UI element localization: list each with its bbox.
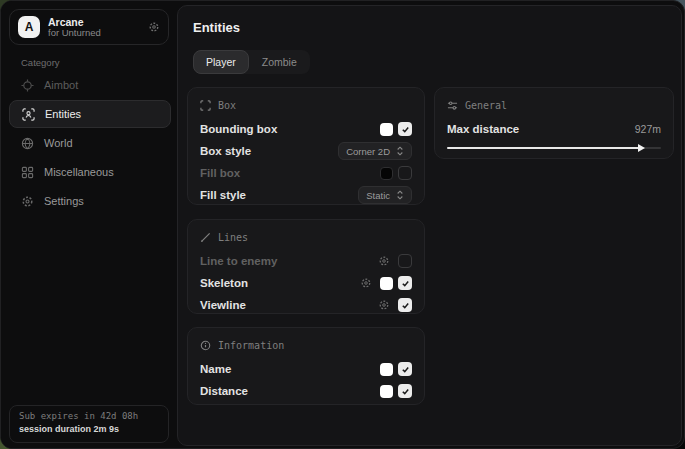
person-scan-icon	[22, 108, 35, 121]
brand-text: Arcane for Unturned	[48, 16, 140, 39]
section-title: General	[465, 100, 507, 111]
setting-row-skeleton: Skeleton	[200, 272, 412, 294]
setting-label: Distance	[200, 385, 380, 397]
tab-player[interactable]: Player	[193, 50, 249, 74]
brand-name: Arcane	[48, 16, 140, 28]
sidebar-item-label: World	[44, 137, 73, 149]
checkbox-unchecked[interactable]	[398, 166, 412, 180]
session-duration-text: session duration 2m 9s	[19, 424, 159, 434]
sidebar-item-label: Aimbot	[44, 79, 78, 91]
sliders-icon	[447, 100, 458, 111]
information-section-card: Information Name Distance	[187, 327, 425, 405]
chevron-up-down-icon	[396, 146, 404, 156]
checkbox-checked[interactable]	[398, 276, 412, 290]
setting-row-fill-style: Fill style Static	[200, 184, 412, 206]
setting-row-line-to-enemy: Line to enemy	[200, 250, 412, 272]
setting-label: Line to enemy	[200, 255, 378, 267]
slider-thumb-arrow[interactable]	[638, 144, 645, 152]
dropdown-value: Static	[366, 190, 390, 201]
setting-row-bounding-box: Bounding box	[200, 118, 412, 140]
sidebar-item-label: Settings	[44, 195, 84, 207]
lines-section-header: Lines	[200, 230, 412, 244]
box-style-dropdown[interactable]: Corner 2D	[338, 142, 412, 160]
setting-row-max-distance: Max distance 927m	[447, 118, 661, 140]
sidebar: A Arcane for Unturned Category Aimbot	[1, 1, 177, 448]
brand-card: A Arcane for Unturned	[9, 9, 169, 45]
setting-label: Box style	[200, 145, 338, 157]
color-swatch[interactable]	[380, 277, 393, 290]
entity-tabs: Player Zombie	[193, 50, 310, 74]
section-title: Lines	[218, 232, 248, 243]
max-distance-slider[interactable]	[447, 142, 661, 154]
sidebar-item-aimbot[interactable]: Aimbot	[9, 71, 171, 99]
setting-row-fill-box: Fill box	[200, 162, 412, 184]
fill-style-dropdown[interactable]: Static	[358, 186, 412, 204]
tab-zombie[interactable]: Zombie	[249, 50, 310, 74]
page-title: Entities	[193, 20, 240, 35]
chevron-up-down-icon	[396, 190, 404, 200]
main-panel: Entities Player Zombie Box Bounding box	[177, 5, 682, 446]
bounding-box-icon	[200, 100, 211, 111]
box-section-header: Box	[200, 98, 412, 112]
general-section-card: General Max distance 927m	[434, 87, 674, 159]
sidebar-item-entities[interactable]: Entities	[9, 100, 171, 128]
crosshair-icon	[21, 79, 34, 92]
color-swatch[interactable]	[380, 363, 393, 376]
brand-subtitle: for Unturned	[48, 28, 140, 39]
setting-label: Viewline	[200, 299, 378, 311]
slider-fill	[447, 147, 640, 149]
checkbox-checked[interactable]	[398, 384, 412, 398]
category-label: Category	[21, 57, 60, 68]
sidebar-item-settings[interactable]: Settings	[9, 187, 171, 215]
sidebar-nav: Aimbot Entities World Miscellaneous	[9, 71, 171, 216]
setting-label: Max distance	[447, 123, 635, 135]
setting-row-box-style: Box style Corner 2D	[200, 140, 412, 162]
setting-row-viewline: Viewline	[200, 294, 412, 316]
globe-icon	[21, 137, 34, 150]
setting-row-name: Name	[200, 358, 412, 380]
information-section-header: Information	[200, 338, 412, 352]
sidebar-item-label: Entities	[45, 108, 81, 120]
lines-section-card: Lines Line to enemy Skeleton	[187, 219, 425, 314]
row-settings-gear-icon[interactable]	[378, 255, 390, 267]
brand-logo: A	[18, 16, 40, 38]
section-title: Box	[218, 100, 236, 111]
general-section-header: General	[447, 98, 661, 112]
color-swatch[interactable]	[380, 123, 393, 136]
dropdown-value: Corner 2D	[346, 146, 390, 157]
setting-label: Name	[200, 363, 380, 375]
setting-label: Skeleton	[200, 277, 360, 289]
setting-label: Fill box	[200, 167, 380, 179]
grid-icon	[21, 166, 34, 179]
checkbox-checked[interactable]	[398, 122, 412, 136]
checkbox-checked[interactable]	[398, 362, 412, 376]
subscription-card: Sub expires in 42d 08h session duration …	[9, 405, 169, 443]
box-section-card: Box Bounding box Box style Corner 2D	[187, 87, 425, 205]
info-icon	[200, 340, 211, 351]
color-swatch[interactable]	[380, 167, 393, 180]
row-settings-gear-icon[interactable]	[378, 299, 390, 311]
setting-row-distance: Distance	[200, 380, 412, 402]
pencil-line-icon	[200, 232, 211, 243]
sidebar-item-world[interactable]: World	[9, 129, 171, 157]
checkbox-unchecked[interactable]	[398, 254, 412, 268]
gear-icon	[21, 195, 34, 208]
checkbox-checked[interactable]	[398, 298, 412, 312]
max-distance-value: 927m	[635, 123, 661, 135]
sidebar-item-label: Miscellaneous	[44, 166, 114, 178]
setting-label: Fill style	[200, 189, 358, 201]
arcane-menu-window: A Arcane for Unturned Category Aimbot	[0, 0, 685, 449]
row-settings-gear-icon[interactable]	[360, 277, 372, 289]
sidebar-item-miscellaneous[interactable]: Miscellaneous	[9, 158, 171, 186]
setting-label: Bounding box	[200, 123, 380, 135]
brand-settings-icon[interactable]	[148, 21, 160, 33]
sub-expiry-text: Sub expires in 42d 08h	[19, 411, 159, 421]
section-title: Information	[218, 340, 284, 351]
color-swatch[interactable]	[380, 385, 393, 398]
